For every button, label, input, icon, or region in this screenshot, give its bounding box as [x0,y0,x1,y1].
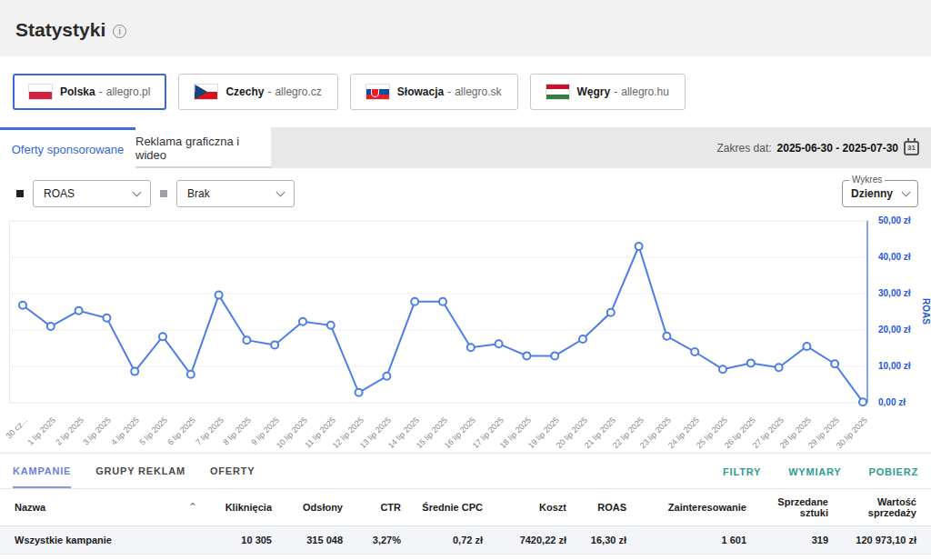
column-header: Sprzedane sztuki [746,496,828,518]
y-tick-label: 50,00 zł [878,215,911,225]
data-point[interactable] [327,322,335,329]
market-button-cz[interactable]: Czechy-allegro.cz [178,74,337,110]
column-header: CTR [343,502,401,513]
sort-ascending-icon[interactable]: ⌃ [188,501,197,514]
page-header: Statystyki i [0,0,931,56]
data-point[interactable] [523,352,530,359]
tab-grupy-reklam[interactable]: GRUPY REKLAM [95,455,185,488]
chart-x-axis: 30 cz...1 lip 20252 lip 20253 lip 20254 … [9,409,868,451]
market-selector: Polska-allegro.plCzechy-allegro.czSłowac… [0,56,931,127]
hu-flag-icon [546,85,569,99]
chart-card: ROAS Brak Wykres Dzienny ROAS 0,00 zł10,… [0,168,931,452]
data-point[interactable] [299,318,306,325]
table-cell: 16,30 zł [566,535,626,545]
pl-flag-icon [29,85,52,99]
market-label: Czechy-allegro.cz [225,85,321,98]
tab-reklama-graficzna-i-wideo[interactable]: Reklama graficzna i wideo [135,127,271,168]
data-point[interactable] [551,352,558,359]
data-point[interactable] [187,371,195,378]
data-point[interactable] [159,333,166,340]
data-point[interactable] [803,343,810,350]
data-point[interactable] [355,389,363,396]
top-tab-strip: Oferty sponsorowaneReklama graficzna i w… [0,127,931,168]
data-point[interactable] [776,364,783,371]
table-cell: 3,27% [343,535,401,545]
y-tick-label: 30,00 zł [878,288,911,298]
market-button-pl[interactable]: Polska-allegro.pl [13,74,166,110]
y-tick-label: 40,00 zł [878,252,911,262]
chart-y-axis: ROAS 0,00 zł10,00 zł20,00 zł30,00 zł40,0… [870,216,931,407]
data-point[interactable] [75,307,83,315]
chevron-down-icon [902,187,911,196]
data-point[interactable] [719,365,726,373]
y-axis-title: ROAS [921,298,931,325]
column-header: Koszt [483,502,566,513]
data-point[interactable] [496,340,503,347]
column-header: Wartość sprzedaży [828,496,916,518]
column-header: Zainteresowanie [626,502,746,513]
table-cell: 315 048 [272,535,343,545]
table-cell: Wszystkie kampanie [15,535,206,545]
metric2-select[interactable]: Brak [176,180,295,207]
metric2-color-marker [160,190,167,197]
data-point[interactable] [747,359,755,366]
table-header-row: Nazwa⌃KliknięciaOdsłonyCTRŚrednie CPCKos… [0,489,931,526]
filters-button[interactable]: FILTRY [723,466,761,477]
data-point[interactable] [383,373,390,380]
chevron-down-icon [276,187,285,196]
date-range: Zakres dat: 2025-06-30 - 2025-07-30 31 [717,127,931,168]
sk-flag-icon [366,85,389,99]
data-point[interactable] [663,333,670,340]
data-point[interactable] [831,360,838,367]
data-point[interactable] [19,302,26,309]
column-header: Kliknięcia [206,502,272,513]
data-point[interactable] [859,398,866,405]
data-point[interactable] [215,292,223,299]
roas-line-chart [9,216,868,407]
data-point[interactable] [103,315,110,322]
market-label: Słowacja-allegro.sk [397,85,502,98]
metric1-color-marker [16,190,24,197]
calendar-icon[interactable]: 31 [904,141,919,155]
column-header: Średnie CPC [401,502,483,513]
tab-oferty[interactable]: OFERTY [210,455,255,488]
market-button-sk[interactable]: Słowacja-allegro.sk [350,74,518,110]
data-point[interactable] [636,243,643,250]
chart-type-label: Wykres [849,175,885,185]
market-button-hu[interactable]: Węgry-allegro.hu [530,74,686,110]
chevron-down-icon [133,187,142,196]
metric1-select[interactable]: ROAS [33,180,151,207]
table-cell: 1 601 [626,535,746,545]
market-label: Węgry-allegro.hu [577,85,669,98]
data-point[interactable] [439,298,446,305]
column-header: ROAS [566,502,626,513]
table-actions: FILTRYWYMIARYPOBIERZ [723,455,918,488]
tab-oferty-sponsorowane[interactable]: Oferty sponsorowane [0,127,135,168]
info-icon[interactable]: i [113,25,126,38]
chart-type-select[interactable]: Wykres Dzienny [842,180,918,207]
y-tick-label: 0,00 zł [878,397,906,407]
data-point[interactable] [131,368,138,375]
data-point[interactable] [607,309,615,316]
data-point[interactable] [411,298,418,305]
data-point[interactable] [691,348,698,355]
date-range-label: Zakres dat: [717,142,772,155]
data-point[interactable] [243,336,250,344]
download-button[interactable]: POBIERZ [869,466,919,477]
y-tick-label: 10,00 zł [878,361,911,371]
table-cell: 319 [746,535,828,545]
page-title: Statystyki [15,19,105,41]
table-cell: 0,72 zł [401,535,483,545]
y-tick-label: 20,00 zł [878,325,911,335]
data-point[interactable] [271,341,278,348]
column-header-label: Nazwa [15,502,45,513]
table-section: KAMPANIEGRUPY REKLAMOFERTYFILTRYWYMIARYP… [0,455,931,560]
data-point[interactable] [579,335,586,343]
chart-controls: ROAS Brak Wykres Dzienny [0,168,931,208]
dimensions-button[interactable]: WYMIARY [788,466,841,477]
date-range-value: 2025-06-30 - 2025-07-30 [777,142,898,155]
column-header: Odsłony [272,502,343,513]
data-point[interactable] [467,344,475,351]
data-point[interactable] [47,323,55,330]
column-header[interactable]: Nazwa⌃ [15,501,206,514]
